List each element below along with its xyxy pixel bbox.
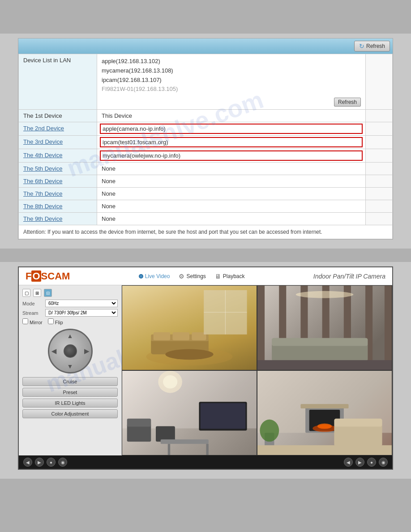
device-7-value: None [97, 188, 366, 200]
device-7-empty [366, 188, 393, 200]
footer-btn-6[interactable]: ▶ [355, 458, 364, 467]
device-2-empty [366, 122, 393, 136]
device-2-label[interactable]: The 2nd Device [19, 122, 97, 136]
playback-label: Playback [223, 273, 245, 279]
svg-rect-30 [168, 444, 170, 455]
main-table: Device List in LAN apple(192.168.13.102)… [18, 54, 393, 239]
svg-rect-19 [272, 338, 368, 346]
footer-btn-1[interactable]: ◀ [23, 458, 32, 467]
device-5-value: None [97, 163, 366, 175]
nav-playback[interactable]: 🖥 Playback [215, 273, 245, 280]
foscam-logo: FOSCAM [26, 270, 70, 282]
device-list-text: apple(192.168.13.102) mycamera(192.168.1… [102, 57, 361, 94]
camera-cell-3 [122, 370, 257, 455]
device-3-empty [366, 136, 393, 149]
ptz-down-button[interactable]: ▼ [67, 363, 73, 370]
camera-cell-4 [257, 370, 392, 455]
camera-grid [122, 285, 392, 455]
footer-btn-4[interactable]: ◉ [58, 458, 67, 467]
device-5-empty [366, 163, 393, 175]
svg-rect-3 [154, 332, 171, 340]
device-7-link[interactable]: The 7th Device [23, 190, 62, 197]
svg-rect-31 [206, 444, 209, 455]
quad-view-btn[interactable]: ⊟ [44, 289, 52, 297]
device-item-3: ipcam(192.168.13.107) [102, 76, 361, 85]
table-row: The 5th Device None [19, 163, 393, 175]
refresh-label: Refresh [366, 43, 385, 49]
flip-checkbox-label[interactable]: Flip [48, 318, 63, 325]
settings-label: Settings [186, 273, 206, 279]
nav-settings[interactable]: ⚙ Settings [179, 273, 206, 280]
svg-point-36 [317, 424, 332, 429]
ptz-center-button[interactable] [64, 344, 77, 358]
single-view-btn[interactable]: ▢ [22, 289, 30, 297]
livevideo-label: Live Video [145, 273, 170, 279]
device-8-label[interactable]: The 8th Device [19, 200, 97, 213]
ptz-control[interactable]: ▲ ▼ ◀ ▶ [48, 329, 93, 373]
foscam-nav: Live Video ⚙ Settings 🖥 Playback [139, 273, 245, 280]
color-adjustment-button[interactable]: Color Adjustment [22, 409, 118, 418]
dual-view-btn[interactable]: ⊞ [33, 289, 41, 297]
foscam-camera-title: Indoor Pan/Tilt IP Camera [313, 273, 385, 280]
device-5-label[interactable]: The 5th Device [19, 163, 97, 175]
refresh-button-top[interactable]: ↻ Refresh [354, 41, 390, 51]
ptz-left-button[interactable]: ◀ [51, 348, 56, 355]
device-6-link[interactable]: The 6th Device [23, 178, 62, 184]
device-9-label[interactable]: The 9th Device [19, 213, 97, 225]
footer-btn-7[interactable]: ● [367, 458, 376, 467]
ptz-right-button[interactable]: ▶ [84, 348, 89, 355]
bottom-bar [0, 479, 411, 515]
device-8-link[interactable]: The 8th Device [23, 203, 62, 210]
attention-text: Attention: If you want to access the dev… [19, 225, 393, 239]
mode-select[interactable]: 60Hz [45, 300, 118, 307]
device-4-empty [366, 149, 393, 163]
sidebar-action-buttons: Cruise Preset IR LED Lights Color Adjust… [22, 377, 118, 418]
table-row: The 3rd Device ipcam(test01.foscam.org) [19, 136, 393, 149]
footer-btn-3[interactable]: ● [47, 458, 56, 467]
device-4-label[interactable]: The 4th Device [19, 149, 97, 163]
device-9-link[interactable]: The 9th Device [23, 215, 62, 222]
livevideo-dot-icon [139, 274, 143, 279]
mirror-checkbox-label[interactable]: Mirror [22, 318, 43, 325]
device-7-label[interactable]: The 7th Device [19, 188, 97, 200]
preset-button[interactable]: Preset [22, 388, 118, 397]
table-row: The 6th Device None [19, 175, 393, 188]
footer-btn-8[interactable]: ◉ [379, 458, 388, 467]
device-8-empty [366, 200, 393, 213]
mirror-checkbox[interactable] [22, 318, 28, 324]
footer-btn-2[interactable]: ▶ [35, 458, 44, 467]
device-8-value: None [97, 200, 366, 213]
section1: manualshlve.com ↻ Refresh Device List in… [0, 34, 411, 249]
refresh-button-inline[interactable]: Refresh [334, 98, 361, 107]
device-5-link[interactable]: The 5th Device [23, 165, 62, 172]
foscam-header: FOSCAM Live Video ⚙ Settings 🖥 Playback … [19, 267, 392, 285]
ptz-up-button[interactable]: ▲ [67, 332, 73, 339]
device-item-4: FI9821W-01(192.168.13.105) [102, 85, 361, 94]
flip-checkbox[interactable] [48, 318, 54, 324]
device-9-empty [366, 213, 393, 225]
room-svg-4 [257, 371, 392, 455]
device-3-link[interactable]: The 3rd Device [23, 138, 63, 145]
device-3-label[interactable]: The 3rd Device [19, 136, 97, 149]
camera-cell-2 [257, 285, 392, 370]
nav-livevideo[interactable]: Live Video [139, 273, 170, 279]
device-2-link[interactable]: The 2nd Device [23, 125, 64, 132]
device-4-link[interactable]: The 4th Device [23, 152, 62, 159]
device-3-value: ipcam(test01.foscam.org) [100, 137, 363, 147]
device-9-value: None [97, 213, 366, 225]
stream-select[interactable]: D/ 730P/ 30fps/ 2M [45, 309, 118, 317]
footer-btn-5[interactable]: ◀ [344, 458, 353, 467]
footer-controls-right: ◀ ▶ ● ◉ [344, 458, 388, 467]
cruise-button[interactable]: Cruise [22, 377, 118, 386]
device-6-label[interactable]: The 6th Device [19, 175, 97, 188]
flip-label: Flip [55, 320, 63, 325]
ir-led-button[interactable]: IR LED Lights [22, 399, 118, 408]
mode-label: Mode [22, 301, 43, 306]
svg-rect-38 [334, 424, 382, 446]
empty-cell-lan [366, 54, 393, 110]
foscam-ui: FOSCAM Live Video ⚙ Settings 🖥 Playback … [18, 266, 393, 470]
svg-rect-28 [201, 403, 246, 429]
room-svg-3 [122, 371, 257, 455]
mirror-label: Mirror [30, 320, 43, 325]
foscam-sidebar: ▢ ⊞ ⊟ Mode 60Hz Stream D/ 730P/ 30fps/ 2… [19, 285, 122, 455]
